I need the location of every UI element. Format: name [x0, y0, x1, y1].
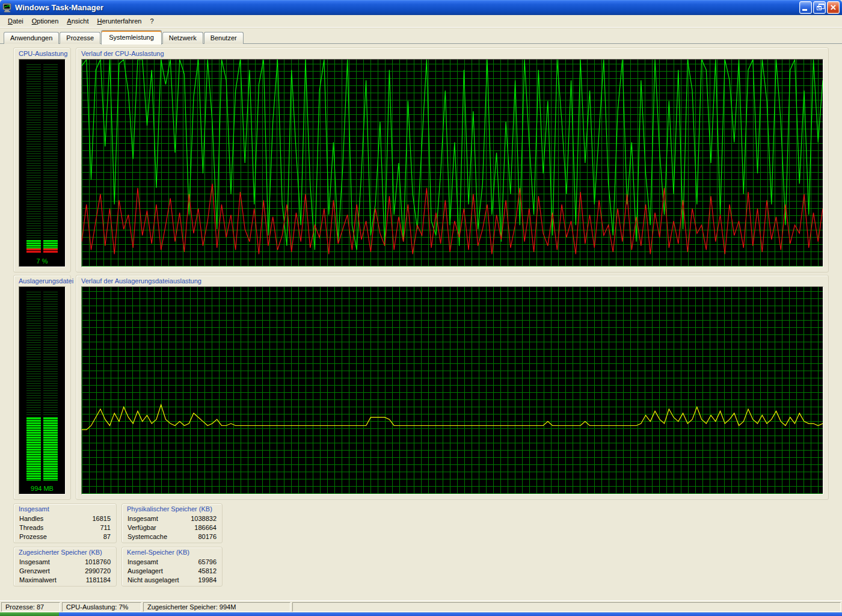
stat-row: Verfügbar186664 [128, 523, 217, 532]
tab-systemleistung[interactable]: Systemleistung [101, 30, 162, 45]
stat-row: Systemcache80176 [128, 532, 217, 541]
stat-label: Threads [19, 523, 43, 532]
stat-label: Insgesamt [128, 558, 158, 567]
cpu-history-chart [82, 60, 823, 266]
stat-label: Maximalwert [19, 576, 57, 585]
stat-value: 16815 [92, 514, 111, 523]
stat-value: 2990720 [85, 567, 111, 576]
taskbar-bar-edge[interactable] [59, 612, 842, 616]
window-title: Windows Task-Manager [15, 3, 798, 12]
stat-row: Ausgelagert45812 [128, 567, 217, 576]
minimize-button[interactable] [799, 1, 812, 14]
physical-memory-group-title: Physikalischer Speicher (KB) [127, 505, 212, 513]
stat-value: 80176 [198, 532, 217, 541]
pagefile-history-group-title: Verlauf der Auslagerungsdateiauslastung [81, 277, 201, 285]
pagefile-group-title: Auslagerungsdatei [19, 277, 73, 285]
task-manager-window: Windows Task-Manager ✕ Datei Optionen An… [0, 0, 842, 616]
tab-prozesse[interactable]: Prozesse [60, 32, 100, 44]
commit-charge-group-title: Zugesicherter Speicher (KB) [19, 549, 102, 556]
status-processes: Prozesse: 87 [1, 602, 60, 612]
stat-row: Threads711 [19, 523, 111, 532]
stat-row: Maximalwert1181184 [19, 576, 111, 585]
stat-value: 65796 [198, 558, 217, 567]
stat-label: Prozesse [19, 532, 47, 541]
status-cpu-usage: CPU-Auslastung: 7% [62, 602, 141, 612]
stat-label: Ausgelagert [128, 567, 163, 576]
cpu-usage-group-title: CPU-Auslastung [19, 50, 67, 57]
tab-benutzer[interactable]: Benutzer [204, 32, 244, 44]
cpu-history-plot [82, 60, 823, 266]
stat-label: Handles [19, 514, 43, 523]
pagefile-gauge: 994 MB [19, 286, 66, 494]
cpu-history-chart-frame [81, 59, 823, 267]
physical-memory-groupbox: Physikalischer Speicher (KB) Insgesamt10… [121, 504, 223, 543]
stat-label: Grenzwert [19, 567, 50, 576]
stat-label: Insgesamt [128, 514, 158, 523]
menu-herunterfahren[interactable]: Herunterfahren [93, 16, 146, 26]
totals-group-title: Insgesamt [19, 505, 49, 513]
commit-charge-groupbox: Zugesicherter Speicher (KB) Insgesamt101… [13, 547, 117, 587]
restore-button[interactable] [813, 1, 826, 14]
cpu-history-group-title: Verlauf der CPU-Auslastung [81, 50, 164, 57]
taskbar-edge [0, 612, 842, 616]
stat-value: 1018760 [85, 558, 111, 567]
tab-netzwerk[interactable]: Netzwerk [162, 32, 203, 44]
stat-value: 711 [100, 523, 111, 532]
pagefile-history-plot [82, 287, 823, 494]
stat-value: 19984 [198, 576, 217, 585]
stat-label: Insgesamt [19, 558, 50, 567]
restore-icon [817, 6, 822, 10]
stat-row: Insgesamt65796 [128, 558, 217, 567]
performance-tab-page: CPU-Auslastung 7 % Verlauf der CPU-Ausla… [0, 44, 842, 600]
menu-ansicht[interactable]: Ansicht [63, 16, 93, 26]
tab-strip: Anwendungen Prozesse Systemleistung Netz… [0, 28, 842, 44]
close-button[interactable]: ✕ [827, 1, 840, 14]
stat-row: Handles16815 [19, 514, 111, 523]
stat-label: Systemcache [128, 532, 167, 541]
stat-row: Grenzwert2990720 [19, 567, 111, 576]
title-bar[interactable]: Windows Task-Manager ✕ [0, 0, 842, 15]
cpu-usage-gauge: 7 % [19, 59, 66, 267]
stat-row: Insgesamt1038832 [128, 514, 217, 523]
cpu-gauge-meter [26, 64, 58, 253]
pagefile-history-groupbox: Verlauf der Auslagerungsdateiauslastung [76, 275, 829, 500]
close-icon: ✕ [828, 2, 839, 13]
totals-groupbox: Insgesamt Handles16815 Threads711 Prozes… [13, 504, 117, 543]
cpu-usage-value: 7 % [19, 257, 65, 265]
stat-value: 1038832 [191, 514, 217, 523]
menu-bar: Datei Optionen Ansicht Herunterfahren ? [0, 15, 842, 28]
menu-optionen[interactable]: Optionen [28, 16, 63, 26]
stat-value: 87 [103, 532, 111, 541]
stat-label: Verfügbar [128, 523, 156, 532]
status-bar: Prozesse: 87 CPU-Auslastung: 7% Zugesich… [0, 600, 842, 612]
status-commit-charge: Zugesicherter Speicher: 994M [143, 602, 290, 612]
cpu-history-groupbox: Verlauf der CPU-Auslastung [76, 48, 829, 273]
start-button-edge[interactable] [0, 612, 59, 616]
pagefile-history-chart-frame [81, 286, 823, 494]
task-manager-icon [2, 3, 13, 13]
minimize-icon [802, 9, 807, 11]
kernel-memory-groupbox: Kernel-Speicher (KB) Insgesamt65796 Ausg… [121, 547, 223, 587]
kernel-memory-group-title: Kernel-Speicher (KB) [127, 549, 189, 556]
pagefile-value: 994 MB [19, 485, 65, 492]
pagefile-groupbox: Auslagerungsdatei 994 MB [13, 275, 71, 500]
stat-row: Prozesse87 [19, 532, 111, 541]
menu-hilfe[interactable]: ? [146, 16, 158, 26]
menu-datei[interactable]: Datei [4, 16, 28, 26]
stat-value: 45812 [198, 567, 217, 576]
stat-value: 1181184 [86, 576, 111, 585]
stat-row: Insgesamt1018760 [19, 558, 111, 567]
pagefile-history-chart [82, 287, 823, 494]
pagefile-gauge-meter [26, 292, 58, 481]
status-empty-pane [292, 602, 841, 612]
stat-value: 186664 [194, 523, 217, 532]
tab-anwendungen[interactable]: Anwendungen [4, 32, 59, 44]
stat-label: Nicht ausgelagert [128, 576, 179, 585]
cpu-usage-groupbox: CPU-Auslastung 7 % [13, 48, 71, 273]
stat-row: Nicht ausgelagert19984 [128, 576, 217, 585]
